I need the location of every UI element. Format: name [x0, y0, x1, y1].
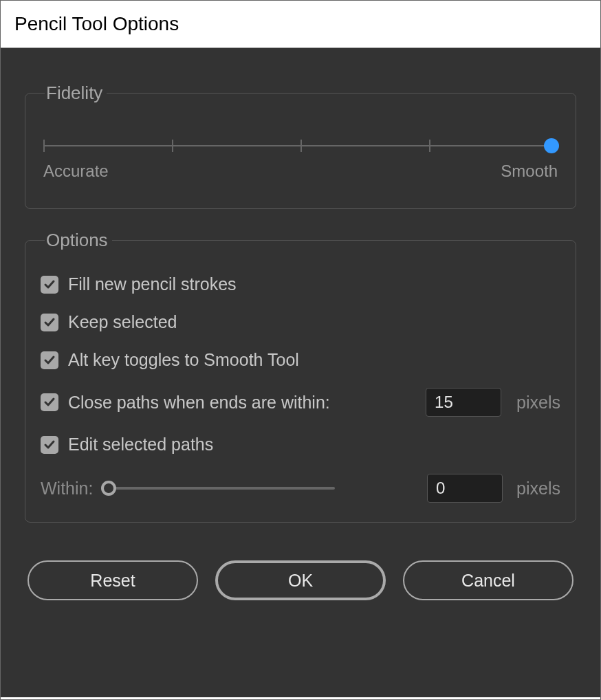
fidelity-tick	[172, 140, 173, 152]
fidelity-slider[interactable]: Accurate Smooth	[43, 131, 558, 186]
fill-strokes-label: Fill new pencil strokes	[68, 274, 237, 294]
dialog-title: Pencil Tool Options	[1, 1, 600, 48]
fidelity-tick	[43, 140, 45, 152]
check-icon	[43, 278, 56, 291]
close-paths-checkbox[interactable]	[41, 393, 58, 411]
within-label: Within:	[41, 479, 93, 499]
fidelity-label-right: Smooth	[501, 162, 558, 181]
options-group: Options Fill new pencil strokes Keep sel…	[25, 230, 576, 523]
dialog-body: Fidelity Accurate Smooth Options Fill ne…	[1, 48, 600, 697]
fidelity-slider-thumb[interactable]	[544, 138, 559, 153]
close-paths-label: Close paths when ends are within:	[68, 393, 330, 413]
within-slider-track	[108, 487, 335, 490]
fill-strokes-checkbox[interactable]	[41, 276, 58, 294]
within-slider[interactable]	[101, 480, 335, 496]
close-paths-value-input[interactable]	[426, 388, 501, 417]
check-icon	[43, 354, 56, 367]
close-paths-unit: pixels	[516, 393, 560, 413]
cancel-button[interactable]: Cancel	[403, 560, 573, 600]
fidelity-group: Fidelity Accurate Smooth	[25, 83, 576, 209]
within-unit: pixels	[516, 479, 560, 499]
fidelity-tick	[429, 140, 430, 152]
within-value-input[interactable]	[427, 474, 503, 503]
options-legend: Options	[45, 230, 112, 251]
keep-selected-label: Keep selected	[68, 312, 177, 332]
edit-paths-checkbox[interactable]	[41, 436, 58, 454]
reset-button[interactable]: Reset	[28, 560, 198, 600]
alt-smooth-label: Alt key toggles to Smooth Tool	[68, 350, 299, 370]
within-slider-thumb[interactable]	[101, 481, 116, 496]
alt-smooth-checkbox[interactable]	[41, 351, 58, 369]
keep-selected-checkbox[interactable]	[41, 314, 58, 331]
check-icon	[43, 439, 56, 451]
check-icon	[43, 396, 56, 408]
fidelity-legend: Fidelity	[45, 83, 107, 104]
fidelity-tick	[300, 140, 302, 152]
ok-button[interactable]: OK	[215, 560, 386, 600]
fidelity-label-left: Accurate	[43, 162, 109, 181]
dialog-button-row: Reset OK Cancel	[25, 560, 576, 600]
edit-paths-label: Edit selected paths	[68, 435, 213, 455]
check-icon	[43, 316, 56, 329]
